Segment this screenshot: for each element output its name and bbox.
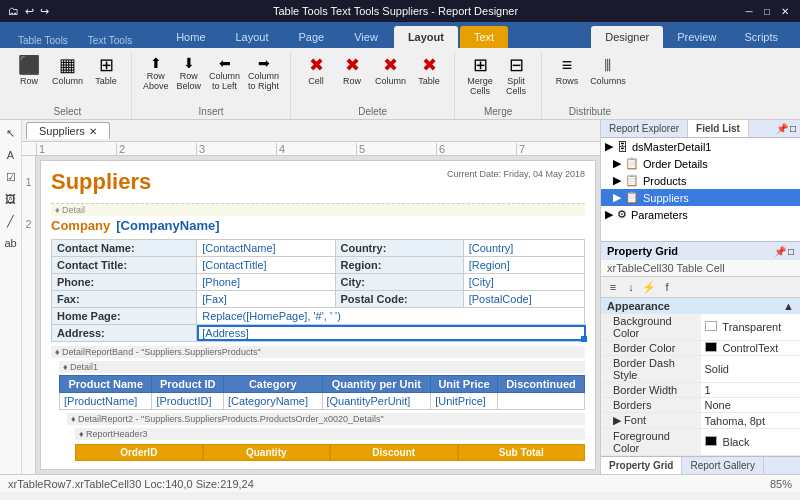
property-grid-bottom-tab[interactable]: Property Grid [601, 457, 682, 474]
report-explorer-tab[interactable]: Report Explorer [601, 120, 688, 137]
delete-cell-btn[interactable]: ✖ Cell [299, 54, 333, 88]
table-row: Home Page: Replace([HomePage], '#', ' ') [52, 308, 585, 325]
ruler-5: 5 [356, 143, 436, 155]
prop-row-border-width: Border Width 1 [601, 383, 800, 398]
report-canvas[interactable]: Suppliers Current Date: Friday, 04 May 2… [36, 156, 600, 474]
distribute-rows-btn[interactable]: ≡ Rows [550, 54, 584, 88]
tab-text[interactable]: Text [460, 26, 508, 48]
minimize-btn[interactable]: ─ [742, 4, 756, 18]
checkbox-tool[interactable]: ☑ [2, 168, 20, 186]
canvas-tab-bar: Suppliers ✕ [22, 120, 600, 142]
row-above-btn[interactable]: ⬆ RowAbove [140, 54, 172, 92]
report-page: Suppliers Current Date: Friday, 04 May 2… [40, 160, 596, 470]
panel-minimize-icon[interactable]: □ [790, 123, 796, 134]
borders-value[interactable]: None [701, 398, 801, 413]
col-left-btn[interactable]: ⬅ Columnto Left [206, 54, 243, 92]
collapse-icon: ▲ [783, 300, 794, 312]
undo-btn[interactable]: ↩ [25, 5, 34, 18]
product-id-cell: [ProductID] [152, 393, 223, 410]
appearance-label: Appearance [607, 300, 670, 312]
field-item-parameters[interactable]: ▶ ⚙ Parameters [601, 206, 800, 223]
ab-tool[interactable]: ab [2, 234, 20, 252]
font-value[interactable]: Tahoma, 8pt [701, 413, 801, 429]
tab-close-btn[interactable]: ✕ [89, 126, 97, 137]
ruler-vertical: 1 2 [22, 156, 36, 474]
maximize-btn[interactable]: □ [760, 4, 774, 18]
suppliers-tab[interactable]: Suppliers ✕ [26, 122, 110, 139]
table-icon: ⊞ [99, 56, 114, 74]
delete-col-icon: ✖ [383, 56, 398, 74]
redo-btn[interactable]: ↪ [40, 5, 49, 18]
border-width-value[interactable]: 1 [701, 383, 801, 398]
bg-color-value[interactable]: Transparent [701, 314, 801, 341]
tab-scripts[interactable]: Scripts [730, 26, 792, 48]
close-btn[interactable]: ✕ [778, 4, 792, 18]
ruler-1: 1 [36, 143, 116, 155]
delete-table-btn[interactable]: ✖ Table [412, 54, 446, 88]
insert-label: Insert [199, 106, 224, 119]
address-value: [Address] [197, 325, 585, 342]
tab-page[interactable]: Page [285, 26, 339, 48]
field-item-dsmaster[interactable]: ▶ 🗄 dsMasterDetail1 [601, 138, 800, 155]
distribute-cols-btn[interactable]: ⦀ Columns [586, 54, 630, 88]
prop-events-btn[interactable]: ⚡ [641, 279, 657, 295]
field-list-tab[interactable]: Field List [688, 120, 749, 137]
pg-minimize-icon[interactable]: □ [788, 246, 794, 257]
main-area: ↖ A ☑ 🖼 ╱ ab Suppliers ✕ 1 2 3 4 5 6 7 [0, 120, 800, 474]
text-tool[interactable]: A [2, 146, 20, 164]
report-gallery-tab[interactable]: Report Gallery [682, 457, 763, 474]
select-table-btn[interactable]: ⊞ Table [89, 54, 123, 88]
contact-table: Contact Name: [ContactName] Country: [Co… [51, 239, 585, 342]
column-icon: ▦ [59, 56, 76, 74]
tab-layout-1[interactable]: Layout [222, 26, 283, 48]
ribbon-group-distribute: ≡ Rows ⦀ Columns Distribute [542, 52, 638, 119]
field-label: Products [643, 175, 686, 187]
col-right-btn[interactable]: ➡ Columnto Right [245, 54, 282, 92]
title-text: Table Tools Text Tools Suppliers - Repor… [273, 5, 518, 17]
cell-resize-handle[interactable] [581, 336, 587, 342]
quantity-header: Quantity [203, 444, 331, 461]
field-item-order-details[interactable]: ▶ 📋 Order Details [601, 155, 800, 172]
fg-color-value[interactable]: Black [701, 429, 801, 456]
product-id-header: Product ID [152, 376, 223, 393]
row-above-icon: ⬆ [150, 55, 162, 71]
border-dash-value[interactable]: Solid [701, 356, 801, 383]
select-column-btn[interactable]: ▦ Column [48, 54, 87, 88]
element-name: xrTableCell30 [607, 262, 674, 274]
panel-pin-icon[interactable]: 📌 [776, 123, 788, 134]
ribbon-group-select: ⬛ Row ▦ Column ⊞ Table Select [4, 52, 132, 119]
distribute-items: ≡ Rows ⦀ Columns [550, 54, 630, 104]
split-icon: ⊟ [509, 56, 524, 74]
tab-layout-2[interactable]: Layout [394, 26, 458, 48]
field-item-suppliers[interactable]: ▶ 📋 Suppliers [601, 189, 800, 206]
select-row-btn[interactable]: ⬛ Row [12, 54, 46, 88]
tab-view[interactable]: View [340, 26, 392, 48]
appearance-section-header[interactable]: Appearance ▲ [601, 298, 800, 314]
delete-col-btn[interactable]: ✖ Column [371, 54, 410, 88]
pointer-tool[interactable]: ↖ [2, 124, 20, 142]
pg-pin-icon[interactable]: 📌 [774, 246, 786, 257]
prop-sort-btn[interactable]: ≡ [605, 279, 621, 295]
discount-header: Discount [330, 444, 458, 461]
report-date: Current Date: Friday, 04 May 2018 [447, 169, 585, 179]
prop-expression-btn[interactable]: f [659, 279, 675, 295]
detail1-section: ♦ Detail1 Product Name Product ID Catego… [59, 361, 585, 461]
tab-home[interactable]: Home [162, 26, 219, 48]
split-cells-btn[interactable]: ⊟ SplitCells [499, 54, 533, 98]
panel-controls: 📌 □ [749, 120, 800, 137]
line-tool[interactable]: ╱ [2, 212, 20, 230]
tab-preview[interactable]: Preview [663, 26, 730, 48]
border-color-value[interactable]: ControlText [701, 341, 801, 356]
merge-cells-btn[interactable]: ⊞ MergeCells [463, 54, 497, 98]
field-item-products[interactable]: ▶ 📋 Products [601, 172, 800, 189]
tab-designer[interactable]: Designer [591, 26, 663, 48]
field-label: Order Details [643, 158, 708, 170]
bottom-tabs: Property Grid Report Gallery [601, 456, 800, 474]
ruler-6: 6 [436, 143, 516, 155]
fax-label: Fax: [52, 291, 197, 308]
image-tool[interactable]: 🖼 [2, 190, 20, 208]
row-below-btn[interactable]: ⬇ RowBelow [174, 54, 205, 92]
prop-filter-btn[interactable]: ↓ [623, 279, 639, 295]
delete-row-btn[interactable]: ✖ Row [335, 54, 369, 88]
order-table: OrderID Quantity Discount Sub Total [75, 444, 585, 461]
